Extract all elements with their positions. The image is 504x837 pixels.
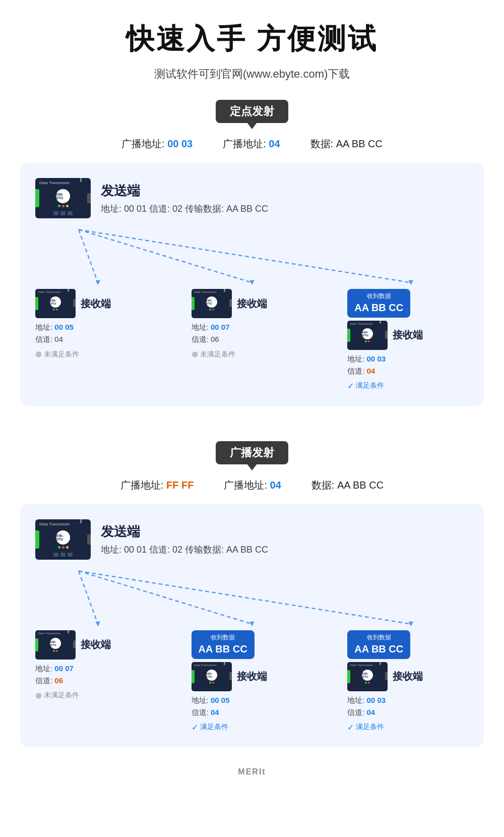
section2-arrows bbox=[35, 565, 469, 630]
section1-header: 定点发射 bbox=[0, 100, 504, 123]
svg-marker-5 bbox=[409, 280, 414, 285]
main-title: 快速入手 方便测试 bbox=[0, 20, 504, 58]
led-red bbox=[62, 205, 65, 207]
leds bbox=[58, 205, 69, 207]
s2-fail-icon-1: ⊗ bbox=[35, 691, 42, 700]
svg-line-2 bbox=[79, 229, 411, 282]
led-yellow bbox=[66, 205, 69, 207]
section2-receivers-row: Data Transceiver E90-DTU 接收端 地址 bbox=[35, 630, 469, 732]
svg-line-7 bbox=[79, 571, 252, 624]
rcv3-title: 接收端 bbox=[393, 328, 423, 342]
rcv2-device: Data Transceiver E90-DTU bbox=[192, 289, 232, 318]
s2rcv1-device: Data Transceiver E90-DTU bbox=[35, 630, 76, 660]
section2-sender-info: 发送端 地址: 00 01 信道: 02 传输数据: AA BB CC bbox=[101, 523, 268, 556]
section2-receiver-3: 收到数据 AA BB CC Data Transceiver E90-DTU bbox=[347, 630, 469, 732]
rcv2-info: 接收端 bbox=[237, 297, 267, 311]
led-yellow-2 bbox=[66, 546, 69, 549]
section1-sender-info: 发送端 地址: 00 01 信道: 02 传输数据: AA BB CC bbox=[101, 182, 268, 215]
svg-marker-3 bbox=[95, 280, 100, 285]
rcv1-status: ⊗ 未满足条件 bbox=[35, 349, 79, 359]
s2-addr2-label: 广播地址: 04 bbox=[224, 479, 281, 492]
fail-icon-2: ⊗ bbox=[192, 349, 198, 359]
section1-arrows bbox=[35, 223, 469, 289]
s2rcv1-info: 接收端 bbox=[81, 638, 111, 651]
s2rcv2-device: Data Transceiver E90-DTU bbox=[192, 662, 232, 691]
rcv2-device-row: Data Transceiver E90-DTU 接收端 bbox=[192, 289, 267, 318]
rcv2-status: ⊗ 未满足条件 bbox=[192, 349, 235, 359]
section2-receiver-2: 收到数据 AA BB CC Data Transceiver E90-DTU bbox=[192, 630, 313, 732]
subtitle: 测试软件可到官网(www.ebyte.com)下载 bbox=[0, 67, 504, 82]
section2-receiver-1: Data Transceiver E90-DTU 接收端 地址 bbox=[35, 630, 157, 700]
rcv3-detail: 地址: 00 03 信道: 04 bbox=[347, 353, 386, 377]
section1-receiver-1: Data Transceiver E90-DTU 接收端 地址 bbox=[35, 289, 157, 359]
section1-addr-line: 广播地址: 00 03 广播地址: 04 数据: AA BB CC bbox=[0, 137, 504, 151]
s2rcv3-detail: 地址: 00 03 信道: 04 bbox=[347, 694, 386, 719]
svg-line-6 bbox=[79, 571, 98, 624]
rcv3-device: Data Transceiver E90-DTU bbox=[347, 321, 388, 350]
s1-addr2-label: 广播地址: 04 bbox=[223, 137, 280, 151]
section2-addr-line: 广播地址: FF FF 广播地址: 04 数据: AA BB CC bbox=[0, 479, 504, 492]
antenna-icon bbox=[80, 178, 82, 182]
led-red-2 bbox=[62, 546, 65, 549]
rcv1-info: 接收端 bbox=[81, 297, 111, 311]
rcv1-device: Data Transceiver E90-DTU bbox=[35, 289, 76, 318]
section1-sender-device: Data Transceiver E90-DTU bbox=[35, 178, 91, 218]
s2rcv2-status: ✓ 满足条件 bbox=[192, 723, 228, 732]
svg-line-0 bbox=[79, 229, 98, 282]
section2-sender-row: Data Transceiver E90-DTU 发送端 地址: 00 01 bbox=[35, 519, 469, 560]
s1-data-label: 数据: AA BB CC bbox=[310, 137, 383, 151]
sender2-title: 发送端 bbox=[101, 523, 268, 541]
logo-circle: E90-DTU bbox=[56, 189, 70, 203]
logo-circle-2: E90-DTU bbox=[56, 530, 70, 545]
sender-title: 发送端 bbox=[101, 182, 268, 200]
section1-badge: 定点发射 bbox=[216, 100, 288, 123]
svg-line-8 bbox=[79, 571, 411, 624]
fail-icon: ⊗ bbox=[35, 349, 42, 359]
ports bbox=[53, 211, 73, 215]
sender2-detail: 地址: 00 01 信道: 02 传输数据: AA BB CC bbox=[101, 544, 268, 556]
s2rcv1-status: ⊗ 未满足条件 bbox=[35, 691, 79, 700]
antenna-icon-2 bbox=[80, 519, 82, 523]
section2-header: 广播发射 bbox=[0, 441, 504, 464]
dt-label: Data Transceiver bbox=[39, 181, 70, 185]
s2rcv3-device: Data Transceiver E90-DTU bbox=[347, 662, 388, 691]
s2-ok-icon-3: ✓ bbox=[347, 723, 354, 732]
svg-marker-9 bbox=[95, 622, 100, 627]
s2-addr1-label: 广播地址: FF FF bbox=[120, 479, 194, 492]
divider bbox=[0, 426, 504, 441]
s2rcv1-title: 接收端 bbox=[81, 638, 111, 651]
s1-addr1-label: 广播地址: 00 03 bbox=[121, 137, 193, 151]
s2rcv1-device-row: Data Transceiver E90-DTU 接收端 bbox=[35, 630, 111, 660]
svg-line-1 bbox=[79, 229, 252, 282]
svg-marker-11 bbox=[409, 622, 414, 627]
rcv3-info: 接收端 bbox=[393, 328, 423, 342]
s2-data-label: 数据: AA BB CC bbox=[311, 479, 384, 492]
ok-icon: ✓ bbox=[347, 381, 354, 391]
ports-2 bbox=[53, 553, 73, 557]
svg-marker-10 bbox=[249, 622, 255, 627]
s2-ok-icon-2: ✓ bbox=[192, 723, 198, 732]
s2rcv3-badge: 收到数据 AA BB CC bbox=[347, 630, 410, 659]
rcv1-device-row: Data Transceiver E90-DTU 接收端 bbox=[35, 289, 111, 318]
svg-marker-4 bbox=[249, 280, 255, 285]
green-bar bbox=[35, 189, 39, 207]
connector bbox=[87, 193, 91, 203]
section2-badge: 广播发射 bbox=[216, 441, 288, 464]
section1-receiver-2: Data Transceiver E90-DTU 接收端 地址 bbox=[192, 289, 313, 359]
rcv1-title: 接收端 bbox=[81, 297, 111, 311]
led-green bbox=[58, 205, 60, 207]
merit-text: MERIt bbox=[238, 767, 266, 776]
s2rcv2-info: 接收端 bbox=[237, 670, 267, 683]
s2rcv2-detail: 地址: 00 05 信道: 04 bbox=[192, 694, 230, 719]
section1-diagram: Data Transceiver E90-DTU 发送端 地址: 00 01 bbox=[20, 163, 484, 406]
dt-label-2: Data Transceiver bbox=[39, 522, 70, 526]
s2rcv1-detail: 地址: 00 07 信道: 06 bbox=[35, 663, 74, 687]
green-bar-2 bbox=[35, 530, 39, 549]
section1-receivers-row: Data Transceiver E90-DTU 接收端 地址 bbox=[35, 289, 469, 391]
rcv2-title: 接收端 bbox=[237, 297, 267, 311]
rcv3-status: ✓ 满足条件 bbox=[347, 381, 384, 391]
page-container: 快速入手 方便测试 测试软件可到官网(www.ebyte.com)下载 定点发射… bbox=[0, 0, 504, 797]
s2rcv2-badge: 收到数据 AA BB CC bbox=[192, 630, 255, 659]
section1-receiver-3: 收到数据 AA BB CC Data Transceiver E90-DTU bbox=[347, 289, 469, 391]
sender-detail: 地址: 00 01 信道: 02 传输数据: AA BB CC bbox=[101, 203, 268, 215]
